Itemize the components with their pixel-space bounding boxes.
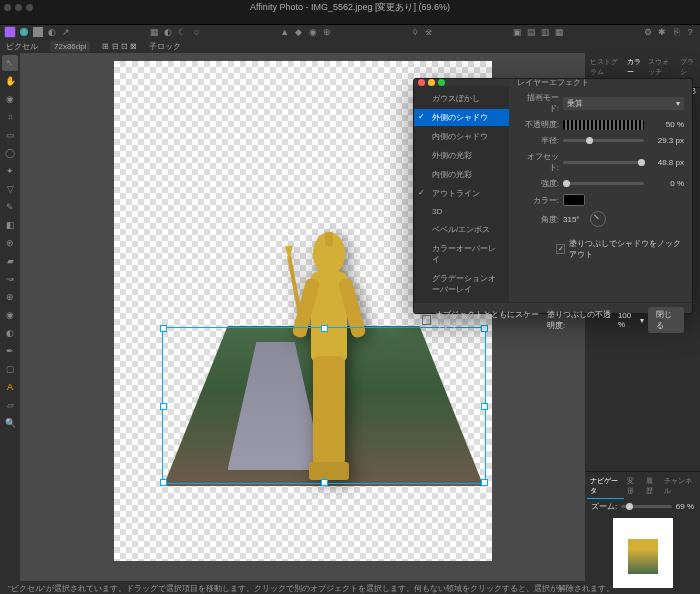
flood-select-icon[interactable]: ▽ xyxy=(2,181,18,197)
close-button[interactable]: 閉じる xyxy=(648,307,684,333)
gradient-tool-icon[interactable]: ▱ xyxy=(2,397,18,413)
contrast-icon[interactable]: ◐ xyxy=(162,26,174,38)
tab-transform[interactable]: 変形 xyxy=(624,474,642,499)
fx-inner-shadow[interactable]: 内側のシャドウ xyxy=(414,128,509,145)
persona-tabs[interactable] xyxy=(0,14,700,25)
crescent-icon[interactable]: ☾ xyxy=(176,26,188,38)
intensity-slider[interactable] xyxy=(563,182,644,185)
fill-tool-icon[interactable]: ▰ xyxy=(2,253,18,269)
circle-icon[interactable]: ○ xyxy=(190,26,202,38)
tab-histogram[interactable]: ヒストグラム xyxy=(587,55,624,80)
dodge-icon[interactable]: ◐ xyxy=(2,325,18,341)
develop-persona-icon[interactable] xyxy=(32,26,44,38)
statue-layer[interactable] xyxy=(269,226,389,486)
tab-channels[interactable]: チャンネル xyxy=(661,474,698,499)
opacity-value[interactable]: 50 % xyxy=(648,120,684,129)
arrange-backward-icon[interactable]: ▦ xyxy=(554,26,566,38)
text-tool-icon[interactable]: A xyxy=(2,379,18,395)
navigator-thumbnail[interactable] xyxy=(613,518,673,588)
fx-inner-glow[interactable]: 内側の光彩 xyxy=(414,166,509,183)
magic-select-icon[interactable]: ✦ xyxy=(2,163,18,179)
healing-icon[interactable]: ⊕ xyxy=(2,289,18,305)
smudge-icon[interactable]: ↝ xyxy=(2,271,18,287)
window-title: Affinity Photo - IMG_5562.jpeg [変更あり] (6… xyxy=(250,1,450,14)
dialog-header[interactable]: レイヤーエフェクト xyxy=(414,79,692,86)
fill-opacity-value[interactable]: 100 % xyxy=(618,311,637,329)
help-icon[interactable]: ? xyxy=(684,26,696,38)
offset-label: オフセット: xyxy=(517,151,559,173)
fx-gaussian-blur[interactable]: ガウスぼかし xyxy=(414,90,509,107)
arrange-forward-icon[interactable]: ▤ xyxy=(526,26,538,38)
shape-tool-icon[interactable]: ▢ xyxy=(2,361,18,377)
offset-slider[interactable] xyxy=(563,161,644,164)
angle-value[interactable]: 315° xyxy=(563,215,580,224)
photo-persona-icon[interactable] xyxy=(4,26,16,38)
tab-brushes[interactable]: ブラシ xyxy=(677,55,698,80)
color-swatch[interactable] xyxy=(563,194,585,206)
check-icon[interactable]: ✓ xyxy=(418,112,426,120)
assistant-icon[interactable]: ※ xyxy=(423,26,435,38)
auto-contrast-icon[interactable]: ◆ xyxy=(293,26,305,38)
fx-3d[interactable]: 3D xyxy=(414,204,509,219)
cog-icon[interactable]: ⚙ xyxy=(642,26,654,38)
context-icons[interactable]: ⊞ ⊟ ⊡ ⊠ xyxy=(102,42,137,51)
color-picker-icon[interactable]: ◉ xyxy=(2,91,18,107)
link-icon[interactable]: ⎘ xyxy=(670,26,682,38)
maximize-icon[interactable] xyxy=(26,4,33,11)
lasso-tool-icon[interactable]: ◯ xyxy=(2,145,18,161)
auto-wb-icon[interactable]: ⊕ xyxy=(321,26,333,38)
scale-checkbox[interactable] xyxy=(422,315,431,325)
minimize-icon[interactable] xyxy=(428,79,435,86)
offset-value[interactable]: 48.8 px xyxy=(648,158,684,167)
svg-marker-11 xyxy=(285,246,293,260)
minimize-icon[interactable] xyxy=(15,4,22,11)
grid-icon[interactable]: ▦ xyxy=(148,26,160,38)
zoom-slider[interactable] xyxy=(621,505,672,508)
arrange-front-icon[interactable]: ▣ xyxy=(512,26,524,38)
fx-outer-glow[interactable]: 外側の光彩 xyxy=(414,147,509,164)
quick-mask-icon[interactable]: ◊ xyxy=(409,26,421,38)
child-lock[interactable]: 子ロック xyxy=(149,41,181,52)
window-controls[interactable] xyxy=(4,4,33,11)
zoom-icon[interactable] xyxy=(438,79,445,86)
liquify-persona-icon[interactable] xyxy=(18,26,30,38)
radius-value[interactable]: 29.3 px xyxy=(648,136,684,145)
clone-brush-icon[interactable]: ⊛ xyxy=(2,235,18,251)
move-tool-icon[interactable]: ↖ xyxy=(2,55,18,71)
auto-colors-icon[interactable]: ◉ xyxy=(307,26,319,38)
tone-persona-icon[interactable]: ◐ xyxy=(46,26,58,38)
hand-tool-icon[interactable]: ✋ xyxy=(2,73,18,89)
opacity-slider[interactable] xyxy=(563,120,644,130)
snap-icon[interactable]: ✱ xyxy=(656,26,668,38)
chevron-down-icon[interactable]: ▾ xyxy=(640,316,644,325)
layer-effects-dialog[interactable]: レイヤーエフェクト ガウスぼかし ✓外側のシャドウ 内側のシャドウ 外側の光彩 … xyxy=(413,78,693,314)
erase-brush-icon[interactable]: ◧ xyxy=(2,217,18,233)
paint-brush-icon[interactable]: ✎ xyxy=(2,199,18,215)
fx-bevel[interactable]: ベベル/エンボス xyxy=(414,221,509,238)
fx-gradient-overlay[interactable]: グラデーションオーバーレイ xyxy=(414,270,509,298)
auto-levels-icon[interactable]: ▲ xyxy=(279,26,291,38)
selection-tool-icon[interactable]: ▭ xyxy=(2,127,18,143)
tab-swatches[interactable]: スウォッチ xyxy=(645,55,677,80)
blend-mode-select[interactable]: 乗算▾ xyxy=(563,97,684,110)
fx-color-overlay[interactable]: カラーオーバーレイ xyxy=(414,240,509,268)
close-icon[interactable] xyxy=(4,4,11,11)
knockout-checkbox[interactable]: ✓ xyxy=(556,244,565,254)
close-icon[interactable] xyxy=(418,79,425,86)
check-icon[interactable]: ✓ xyxy=(418,188,426,196)
angle-dial[interactable] xyxy=(590,211,606,227)
crop-tool-icon[interactable]: ⌗ xyxy=(2,109,18,125)
export-persona-icon[interactable]: ↗ xyxy=(60,26,72,38)
red-eye-icon[interactable]: ◉ xyxy=(2,307,18,323)
resolution-field[interactable]: 72x86dpi xyxy=(50,41,90,52)
tab-color[interactable]: カラー xyxy=(624,55,645,80)
fx-outer-shadow[interactable]: ✓外側のシャドウ xyxy=(414,109,509,126)
pen-tool-icon[interactable]: ✒ xyxy=(2,343,18,359)
tab-navigator[interactable]: ナビゲータ xyxy=(587,474,624,499)
radius-slider[interactable] xyxy=(563,139,644,142)
zoom-tool-icon[interactable]: 🔍 xyxy=(2,415,18,431)
arrange-back-icon[interactable]: ▥ xyxy=(540,26,552,38)
intensity-value[interactable]: 0 % xyxy=(648,179,684,188)
fx-outline[interactable]: ✓アウトライン xyxy=(414,185,509,202)
tab-history[interactable]: 履歴 xyxy=(643,474,661,499)
